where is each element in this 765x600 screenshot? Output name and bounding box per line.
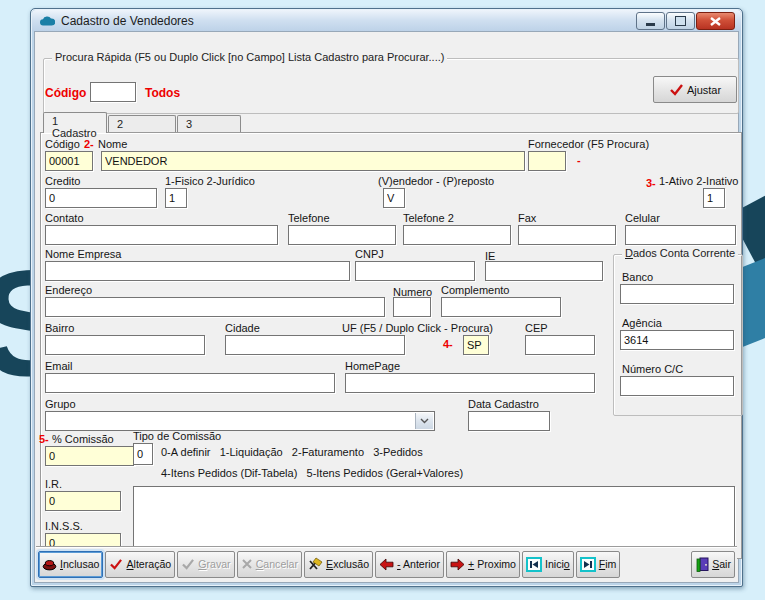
- window-title: Cadastro de Vendedores: [61, 14, 194, 28]
- vendedor-preposto-label: (V)endedor - (P)reposto: [378, 175, 494, 187]
- arrow-left-icon: [379, 558, 394, 571]
- email-input[interactable]: [45, 373, 335, 393]
- numero-cc-input[interactable]: [620, 376, 734, 396]
- annotation-4: 4-: [443, 338, 453, 350]
- observacoes-memo[interactable]: [133, 486, 735, 554]
- search-codigo-label: Código: [45, 86, 86, 100]
- comissao-input[interactable]: [45, 446, 135, 466]
- fax-label: Fax: [518, 212, 536, 224]
- minimize-button[interactable]: [636, 12, 665, 30]
- first-record-icon: [526, 557, 542, 572]
- gravar-button[interactable]: Gravar: [177, 551, 234, 578]
- cnpj-label: CNPJ: [355, 248, 384, 260]
- annotation-2: 2-: [84, 138, 94, 150]
- complemento-input[interactable]: [441, 297, 561, 317]
- telefone-label: Telefone: [288, 212, 330, 224]
- fornecedor-input[interactable]: [528, 151, 566, 171]
- inicio-button[interactable]: Inicio: [522, 551, 574, 578]
- gray-x-icon: [241, 558, 253, 570]
- sair-button[interactable]: Sair: [691, 551, 735, 578]
- maximize-button[interactable]: [666, 12, 695, 30]
- tipo-comissao-input[interactable]: [133, 443, 153, 465]
- telefone-input[interactable]: [288, 225, 396, 245]
- codigo-input[interactable]: [45, 151, 93, 171]
- cidade-input[interactable]: [225, 335, 405, 355]
- nome-empresa-input[interactable]: [45, 261, 350, 281]
- agencia-input[interactable]: [620, 330, 734, 350]
- vendedor-preposto-input[interactable]: [383, 188, 405, 208]
- data-cadastro-label: Data Cadastro: [468, 398, 539, 410]
- cnpj-input[interactable]: [355, 261, 475, 281]
- homepage-input[interactable]: [345, 373, 595, 393]
- fisico-juridico-input[interactable]: [165, 188, 187, 208]
- pencil-x-icon: [308, 557, 323, 571]
- anterior-button[interactable]: - Anterior: [375, 551, 444, 578]
- close-icon: [710, 17, 721, 26]
- ativo-inativo-input[interactable]: [703, 188, 725, 208]
- inclusao-button[interactable]: Inclusao: [38, 551, 103, 578]
- cep-input[interactable]: [525, 335, 595, 355]
- nome-label: Nome: [98, 138, 127, 150]
- cidade-label: Cidade: [225, 322, 260, 334]
- last-record-icon: [580, 557, 596, 572]
- cancelar-button[interactable]: Cancelar: [237, 551, 302, 578]
- ajustar-button[interactable]: Ajustar: [653, 76, 737, 103]
- quick-search-legend: Procura Rápida (F5 ou Duplo Click [no Ca…: [52, 51, 447, 63]
- exit-door-icon: [695, 557, 709, 572]
- homepage-label: HomePage: [345, 360, 400, 372]
- fim-button[interactable]: Fim: [576, 551, 621, 578]
- exclusao-button[interactable]: Exclusão: [304, 551, 373, 578]
- ir-label: I.R.: [45, 478, 62, 490]
- grupo-select[interactable]: [45, 411, 435, 431]
- agencia-label: Agência: [622, 317, 662, 329]
- action-button-bar: Inclusao Alteração Gravar Cancelar: [36, 546, 737, 581]
- data-cadastro-input[interactable]: [468, 411, 550, 431]
- annotation-dash: -: [577, 154, 581, 166]
- proximo-button[interactable]: + Proximo: [446, 551, 520, 578]
- maximize-icon: [675, 16, 686, 26]
- banco-input[interactable]: [620, 284, 734, 304]
- fornecedor-label: Fornecedor (F5 Procura): [528, 138, 649, 150]
- endereco-input[interactable]: [45, 297, 385, 317]
- codigo-label: Código: [45, 138, 80, 150]
- tab-etiquetas[interactable]: 3 Etiquetas: [177, 115, 241, 133]
- chevron-down-icon[interactable]: [415, 413, 433, 429]
- cep-label: CEP: [525, 322, 548, 334]
- numero-cc-label: Número C/C: [622, 363, 683, 375]
- arrow-right-icon: [450, 558, 465, 571]
- ir-input[interactable]: [45, 491, 121, 511]
- alteracao-button[interactable]: Alteração: [105, 551, 175, 578]
- tab-cadastro[interactable]: 1 Cadastro: [43, 112, 107, 133]
- grupo-label: Grupo: [45, 398, 76, 410]
- telefone2-input[interactable]: [403, 225, 511, 245]
- numero-input[interactable]: [393, 297, 431, 317]
- tipo-comissao-options-line1: 0-A definir 1-Liquidação 2-Faturamento 3…: [161, 446, 423, 458]
- inss-label: I.N.S.S.: [45, 520, 83, 532]
- bairro-input[interactable]: [45, 335, 205, 355]
- contato-label: Contato: [45, 212, 84, 224]
- tab-listagens[interactable]: 2 Listagens: [108, 115, 176, 133]
- email-label: Email: [45, 360, 73, 372]
- titlebar[interactable]: Cadastro de Vendedores: [32, 10, 741, 31]
- fisico-juridico-label: 1-Fisico 2-Jurídico: [165, 175, 255, 187]
- nome-input[interactable]: [101, 151, 525, 171]
- credito-input[interactable]: [45, 188, 157, 208]
- uf-label: UF (F5 / Duplo Click - Procura): [342, 322, 493, 334]
- celular-label: Celular: [625, 212, 660, 224]
- endereco-label: Endereço: [45, 284, 92, 296]
- conta-corrente-legend: Dados Conta Corrente: [622, 247, 738, 259]
- uf-input[interactable]: [463, 335, 489, 355]
- cadastro-vendedores-window: Cadastro de Vendedores Procura Rápida (F…: [30, 8, 743, 587]
- annotation-5: 5-: [39, 433, 49, 445]
- close-button[interactable]: [696, 12, 735, 30]
- fax-input[interactable]: [518, 225, 616, 245]
- red-check-icon: [109, 558, 123, 570]
- ie-input[interactable]: [485, 261, 603, 281]
- search-codigo-input[interactable]: [90, 82, 136, 102]
- red-check-icon: [669, 83, 684, 96]
- credito-label: Credito: [45, 175, 80, 187]
- contato-input[interactable]: [45, 225, 278, 245]
- gray-check-icon: [181, 558, 195, 570]
- celular-input[interactable]: [625, 225, 736, 245]
- conta-corrente-groupbox: Dados Conta Corrente Banco Agência Númer…: [613, 254, 743, 416]
